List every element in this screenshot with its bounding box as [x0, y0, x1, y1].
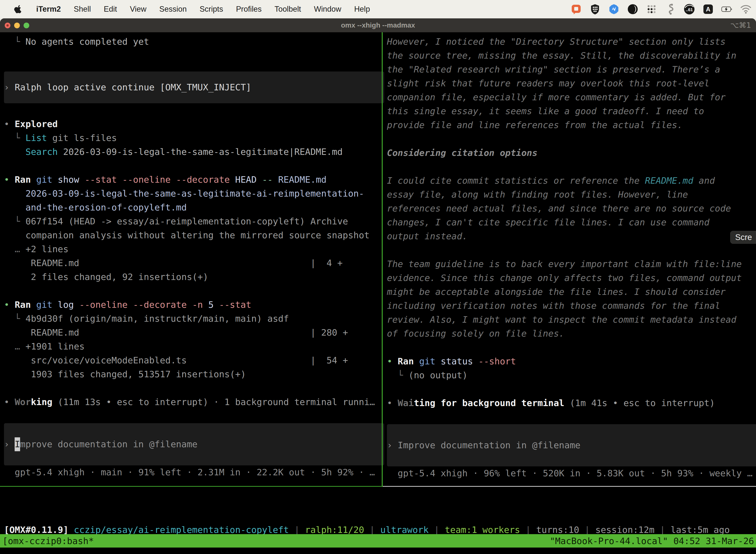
apple-menu-icon[interactable] — [14, 4, 24, 15]
seg-thinkb: Considering citation options — [387, 148, 538, 158]
terminal-line: might be acceptable alongside the file l… — [387, 285, 756, 299]
seg-gray: 4b9d30f (origin/main, instructkr/main, m… — [25, 314, 289, 324]
seg-stat: gpt-5.4 xhigh · 96% left · 520K in · 5.8… — [387, 468, 753, 478]
seg-gray: companion analysis without altering the … — [4, 230, 370, 240]
seg-bb: • — [4, 119, 15, 129]
seg-gb: • — [4, 299, 15, 310]
tmux-pane-right[interactable]: However, I noticed the "Directory Struct… — [383, 32, 756, 489]
tmux-pane-bottom[interactable]: [OMX#0.11.9] cczip/essay/ai-reimplementa… — [0, 487, 756, 534]
seg-cyan: cczip/essay/ai-reimplementation-copyleft — [74, 525, 289, 535]
seg-blue: git — [419, 356, 441, 366]
terminal-line: Search 2026-03-09-is-legal-the-same-as-l… — [4, 145, 386, 159]
seg-think: this single essay, it seems like a good … — [387, 106, 704, 116]
terminal-line: provide file and line references from th… — [387, 118, 756, 132]
menu-item-window[interactable]: Window — [314, 5, 341, 14]
seg-prompt: › — [387, 438, 397, 452]
terminal-line: Considering citation options — [387, 146, 756, 160]
seg-cyan: ultrawork — [380, 525, 429, 535]
seg-think: I could cite commit statistics or refere… — [387, 175, 645, 186]
injected-prompt-box[interactable]: › Ralph loop active continue [OMX_TMUX_I… — [4, 71, 384, 103]
seg-think: of focusing solely on file lines. — [387, 328, 564, 339]
terminal-line: the source tree, missing the essay. Stil… — [387, 49, 756, 63]
seg-think: including verification notes with those … — [387, 300, 720, 311]
terminal-line: README.md | 280 + — [4, 326, 386, 340]
verified-badge-icon[interactable] — [608, 3, 620, 15]
seg-blue: git — [36, 299, 58, 310]
shield-grid-icon[interactable] — [589, 3, 601, 15]
seg-file: and-the-erosion-of-copyleft.md — [4, 202, 187, 213]
screen-share-chip[interactable]: Scre — [730, 231, 756, 244]
terminal-line: changes, I can't cite specific file line… — [387, 215, 756, 229]
seg-stat: gpt-5.4 xhigh · main · 91% left · 2.31M … — [4, 467, 375, 477]
terminal-line: … +1901 lines — [4, 340, 386, 353]
menu-item-session[interactable]: Session — [159, 5, 187, 14]
menu-item-scripts[interactable]: Scripts — [200, 5, 223, 14]
battery-charging-icon[interactable] — [721, 3, 733, 15]
pane-divider[interactable] — [382, 32, 383, 486]
prompt-input-box[interactable]: › Improve documentation in @filename — [4, 423, 384, 465]
seg-dim: └ — [4, 216, 25, 226]
seg-white: Ran — [397, 356, 419, 366]
tmux-pane-left[interactable]: └ No agents completed yet› Ralph loop ac… — [0, 32, 386, 489]
terminal-line: └ (no output) — [387, 368, 756, 382]
seg-think: essay file, along with finding root file… — [387, 189, 688, 200]
seg-think: slight risk that future readers may over… — [387, 78, 709, 88]
seg-shdim: Wor — [15, 397, 31, 407]
terminal-line: • Ran git status --short — [387, 354, 756, 368]
menu-item-edit[interactable]: Edit — [104, 5, 117, 14]
seg-gray: git ls-files — [47, 133, 117, 143]
terminal-line: • Waiting for background terminal (1m 41… — [387, 396, 756, 410]
seg-think: evidence. Since this change only affects… — [387, 273, 742, 283]
menu-status-icons: ..61 A — [570, 0, 752, 18]
window-title-bar: omx --xhigh --madmax ⌥⌘1 — [0, 18, 756, 32]
seg-tfile: README.md — [645, 175, 693, 186]
menu-item-help[interactable]: Help — [354, 5, 370, 14]
input-source-a-icon[interactable]: A — [702, 3, 714, 15]
blank-line — [387, 160, 756, 174]
seg-gray: +2 lines — [25, 244, 68, 254]
seg-arg: show — [58, 174, 84, 185]
blank-line — [4, 49, 386, 63]
seg-gray: README.md | 4 + — [4, 258, 342, 268]
tmux-status-bar: [omx-cczip0:bash* "MacBook-Pro-44.local"… — [0, 534, 756, 548]
seg-arg: 5 — [208, 299, 219, 310]
blank-line — [387, 340, 756, 354]
screen-recording-icon[interactable] — [570, 3, 582, 15]
seg-think: references need actual files, and since … — [387, 203, 731, 214]
seg-file: 2026-03-09-is-legal-the-same-as-legitima… — [4, 188, 364, 199]
menu-item-iterm2[interactable]: iTerm2 — [36, 5, 61, 14]
terminal-line: The team guideline is to back every impo… — [387, 257, 756, 271]
seg-gray: src/voice/voiceModeEnabled.ts | 54 + — [4, 355, 348, 365]
menu-item-shell[interactable]: Shell — [74, 5, 91, 14]
seg-gb: • — [387, 356, 397, 366]
terminal-line: 2026-03-09-is-legal-the-same-as-legitima… — [4, 187, 386, 201]
seg-flag: --stat — [219, 299, 251, 310]
blank-line — [4, 159, 386, 173]
terminal-line: 2 files changed, 92 insertions(+) — [4, 270, 386, 284]
seg-cyan: List — [25, 133, 47, 143]
seg-sep: | — [520, 525, 536, 535]
seg-dim: └ — [4, 37, 25, 47]
dots-grid-icon[interactable] — [646, 3, 657, 15]
seg-shbright: ting for background terminal — [414, 398, 564, 408]
seg-gray — [4, 147, 25, 157]
terminal-line: • Working (11m 13s • esc to interrupt) ·… — [4, 395, 386, 409]
terminal-line: review. Also, I might want to inspect th… — [387, 313, 756, 327]
menu-item-view[interactable]: View — [130, 5, 146, 14]
prompt-input-box[interactable]: › Improve documentation in @filename — [387, 424, 756, 466]
macos-menu-bar: iTerm2ShellEditViewSessionScriptsProfile… — [0, 0, 756, 18]
terminal-line: slight risk that future readers may over… — [387, 76, 756, 90]
seg-input: Improve documentation in @filename — [397, 438, 580, 452]
terminal-line: README.md | 4 + — [4, 256, 386, 270]
seg-gray: last:5m ago — [671, 525, 730, 535]
moon-icon[interactable] — [627, 3, 638, 15]
seg-arg: status — [441, 356, 479, 366]
seg-txt: No agents completed yet — [25, 37, 149, 47]
seg-omxg: team:1 workers — [445, 525, 520, 535]
wifi-icon[interactable] — [740, 3, 752, 15]
squiggle-icon[interactable] — [665, 3, 676, 15]
battery-percent-badge[interactable]: ..61 — [684, 3, 695, 15]
menu-item-profiles[interactable]: Profiles — [236, 5, 261, 14]
menu-item-toolbelt[interactable]: Toolbelt — [274, 5, 301, 14]
tmux-session-label: [omx-cczip0:bash* — [2, 536, 94, 546]
